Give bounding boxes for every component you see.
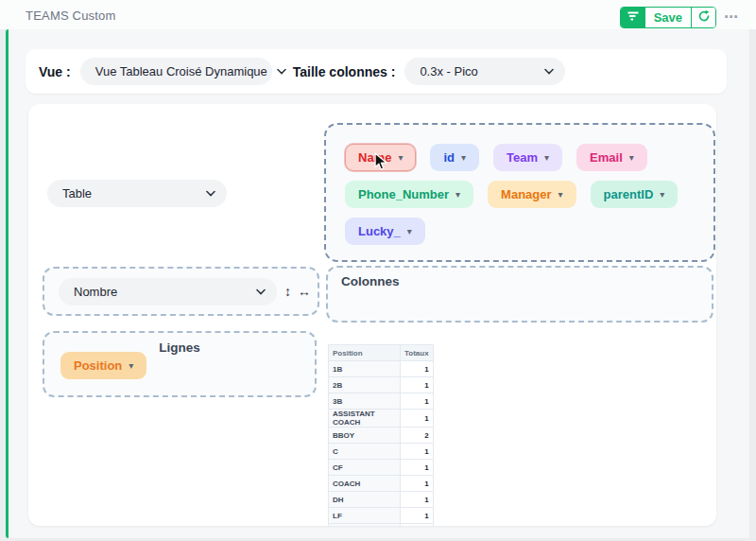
pivot-table-row: COACH1 xyxy=(329,476,434,492)
view-toolbar: Vue : Vue Tableau Croisé Dynamique Taill… xyxy=(26,49,727,94)
table-select[interactable]: Table xyxy=(47,180,227,207)
field-chip-manager[interactable]: Manager▾ xyxy=(488,181,576,208)
filter-icon xyxy=(627,9,640,26)
chip-caret-icon[interactable]: ▾ xyxy=(129,361,133,371)
pivot-cell-position: CF xyxy=(329,460,401,476)
columns-drop-zone[interactable]: Colonnes xyxy=(326,266,713,323)
pivot-table-row: C1 xyxy=(329,444,434,460)
pivot-cell-position: LF xyxy=(329,508,401,524)
chip-caret-icon[interactable]: ▾ xyxy=(558,190,563,200)
chevron-down-icon xyxy=(277,68,286,75)
pivot-cell-totaux: 1 xyxy=(401,460,434,476)
pivot-header-position: Position xyxy=(329,345,401,361)
pivot-header-totaux: Totaux xyxy=(401,345,434,361)
pivot-cell-position: ASSISTANT COACH xyxy=(329,410,401,428)
more-options-button[interactable]: ⋯ xyxy=(724,6,739,27)
pivot-cell-position: BBOY xyxy=(329,428,401,444)
pivot-cell-position: 2B xyxy=(329,377,401,393)
pivot-table-body: 1B12B13B1ASSISTANT COACH1BBOY2C1CF1COACH… xyxy=(329,361,434,527)
pivot-builder-card: Name▾id▾Team▾Email▾ Phone_Number▾Manager… xyxy=(28,104,716,526)
pivot-table-row: DH1 xyxy=(329,492,434,508)
columns-zone-label: Colonnes xyxy=(341,274,400,288)
field-chip-label: Manager xyxy=(501,187,551,201)
field-chip-email[interactable]: Email▾ xyxy=(576,144,647,171)
aggregation-zone: Nombre ↕ ↔ xyxy=(43,267,319,316)
pivot-result-table-wrap[interactable]: Position Totaux 1B12B13B1ASSISTANT COACH… xyxy=(328,344,438,526)
pivot-cell-position: 1B xyxy=(329,361,401,377)
field-chip-label: Phone_Number xyxy=(358,187,449,201)
pivot-table-row: CF1 xyxy=(329,460,434,476)
aggregation-select[interactable]: Nombre xyxy=(59,278,277,305)
field-chip-label: id xyxy=(443,150,455,165)
vue-label: Vue : xyxy=(39,64,71,79)
pivot-cell-totaux: 1 xyxy=(401,476,434,492)
page-title: TEAMS Custom xyxy=(26,9,116,23)
pivot-cell-totaux: 1 xyxy=(401,508,434,524)
chip-caret-icon[interactable]: ▾ xyxy=(629,153,634,163)
chip-caret-icon[interactable]: ▾ xyxy=(455,190,460,200)
field-chip-label: Team xyxy=(507,150,538,165)
field-chip-label: Position xyxy=(74,358,122,373)
pivot-cell-totaux: 2 xyxy=(401,428,434,444)
field-chip-name[interactable]: Name▾ xyxy=(345,144,416,171)
horizontal-resize-icon[interactable]: ↔ xyxy=(298,284,311,299)
pivot-cell-totaux: 1 xyxy=(401,492,434,508)
filter-button[interactable] xyxy=(621,8,645,27)
field-chip-team[interactable]: Team▾ xyxy=(493,144,562,171)
field-chip-phone-number[interactable]: Phone_Number▾ xyxy=(345,181,473,208)
pivot-cell-totaux: 1 xyxy=(401,377,434,393)
table-select-value: Table xyxy=(62,186,92,201)
available-fields-zone: Name▾id▾Team▾Email▾ Phone_Number▾Manager… xyxy=(324,123,715,262)
taille-colonnes-select[interactable]: 0.3x - Pico xyxy=(404,58,565,85)
field-chip-label: Lucky_ xyxy=(358,224,401,238)
field-chip-parentid[interactable]: parentID▾ xyxy=(591,181,679,208)
vertical-resize-icon[interactable]: ↕ xyxy=(284,284,291,299)
pivot-cell-position: DH xyxy=(329,492,401,508)
top-bar: TEAMS Custom Save ⋯ xyxy=(0,0,756,29)
aggregation-select-value: Nombre xyxy=(74,285,117,299)
taille-colonnes-label: Taille colonnes : xyxy=(293,64,396,79)
pivot-table-row: 1B1 xyxy=(329,361,434,377)
pivot-cell-position: C xyxy=(329,444,401,460)
field-chip-id[interactable]: id▾ xyxy=(430,144,479,171)
save-button-label: Save xyxy=(654,10,682,25)
pivot-cell-totaux: 1 xyxy=(401,410,434,428)
pivot-table-row: 3B1 xyxy=(329,393,434,410)
vue-select-value: Vue Tableau Croisé Dynamique xyxy=(95,64,267,79)
pivot-cell-position: COACH xyxy=(329,476,401,492)
chip-caret-icon[interactable]: ▾ xyxy=(660,190,664,200)
chevron-down-icon xyxy=(206,190,215,197)
pivot-table-row: ASSISTANT COACH1 xyxy=(329,410,434,428)
field-chip-label: Email xyxy=(590,150,623,165)
pivot-cell-totaux: 1 xyxy=(401,393,434,410)
refresh-icon xyxy=(697,9,711,26)
pivot-table-row: LF1 xyxy=(329,508,434,524)
field-chip-label: Name xyxy=(358,150,391,165)
resize-controls: ↕ ↔ xyxy=(284,284,311,299)
pivot-cell-position: 3B xyxy=(329,393,401,410)
chip-caret-icon[interactable]: ▾ xyxy=(544,153,549,163)
field-chip-position[interactable]: Position▾ xyxy=(60,352,146,379)
pivot-result-table: Position Totaux 1B12B13B1ASSISTANT COACH… xyxy=(328,344,434,526)
chip-caret-icon[interactable]: ▾ xyxy=(398,153,403,163)
field-chip-row: Lucky_▾ xyxy=(345,218,695,245)
save-button-group: Save xyxy=(620,7,716,28)
pivot-cell-totaux: 1 xyxy=(401,444,434,460)
taille-colonnes-select-value: 0.3x - Pico xyxy=(420,64,477,79)
field-chip-row: Name▾id▾Team▾Email▾ xyxy=(345,144,695,171)
chevron-down-icon xyxy=(544,68,554,75)
pivot-table-row-clipped xyxy=(329,524,434,527)
pivot-cell-totaux: 1 xyxy=(401,361,434,377)
chip-caret-icon[interactable]: ▾ xyxy=(461,153,466,163)
vue-select[interactable]: Vue Tableau Croisé Dynamique xyxy=(80,58,272,85)
save-button[interactable]: Save xyxy=(645,8,691,27)
field-chip-label: parentID xyxy=(604,187,654,201)
rows-drop-zone[interactable]: Lignes Position▾ xyxy=(43,331,317,397)
chevron-down-icon xyxy=(256,288,266,295)
pivot-table-row: BBOY2 xyxy=(329,428,434,444)
pivot-table-row: 2B1 xyxy=(329,377,434,393)
field-chip-lucky-[interactable]: Lucky_▾ xyxy=(345,218,425,245)
refresh-button[interactable] xyxy=(691,8,715,27)
chip-caret-icon[interactable]: ▾ xyxy=(407,227,412,236)
field-chip-row: Phone_Number▾Manager▾parentID▾ xyxy=(345,181,695,208)
